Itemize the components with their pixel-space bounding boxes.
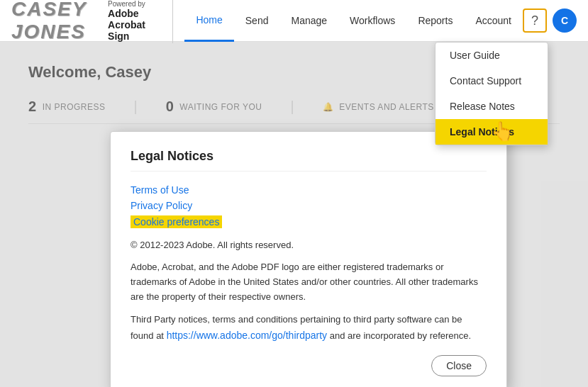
header-actions: ? C — [523, 9, 577, 33]
brand-name: Adobe Acrobat Sign — [108, 8, 161, 42]
nav-reports[interactable]: Reports — [406, 0, 464, 42]
copyright-text: © 2012-2023 Adobe. All rights reserved. — [131, 240, 487, 250]
powered-by-label: Powered by — [108, 0, 161, 8]
logo-area: CASEY JONES Powered by Adobe Acrobat Sig… — [11, 0, 173, 43]
modal-title: Legal Notices — [131, 149, 487, 172]
close-button[interactable]: Close — [431, 355, 487, 376]
dropdown-user-guide[interactable]: User Guide — [436, 43, 548, 68]
nav-account[interactable]: Account — [464, 0, 523, 42]
help-dropdown: User Guide Contact Support Release Notes… — [435, 42, 548, 145]
modal-footer: Close — [131, 355, 487, 376]
powered-by: Powered by Adobe Acrobat Sign — [108, 0, 161, 42]
nav-home[interactable]: Home — [184, 0, 233, 42]
header: CASEY JONES Powered by Adobe Acrobat Sig… — [0, 0, 588, 42]
legal-notices-modal: Legal Notices Terms of Use Privacy Polic… — [110, 131, 507, 387]
cookie-preferences-link[interactable]: Cookie preferences — [131, 215, 222, 228]
third-party-link[interactable]: https://www.adobe.com/go/thirdparty — [167, 330, 327, 341]
nav-workflows[interactable]: Workflows — [338, 0, 406, 42]
logo: CASEY JONES — [11, 0, 99, 43]
third-party-text: Third Party notices, terms and condition… — [131, 313, 487, 344]
main-nav: Home Send Manage Workflows Reports Accou… — [184, 0, 523, 42]
nav-send[interactable]: Send — [234, 0, 280, 42]
dropdown-release-notes[interactable]: Release Notes — [436, 94, 548, 119]
trademark-text: Adobe, Acrobat, and the Adobe PDF logo a… — [131, 260, 487, 304]
help-button[interactable]: ? — [523, 9, 547, 33]
terms-of-use-link[interactable]: Terms of Use — [131, 184, 487, 196]
dropdown-legal-notices[interactable]: Legal Notices — [436, 119, 548, 145]
avatar-button[interactable]: C — [553, 9, 577, 33]
nav-manage[interactable]: Manage — [279, 0, 338, 42]
privacy-policy-link[interactable]: Privacy Policy — [131, 200, 487, 211]
third-party-suffix: and are incorporated by reference. — [330, 330, 471, 341]
dropdown-contact-support[interactable]: Contact Support — [436, 68, 548, 94]
